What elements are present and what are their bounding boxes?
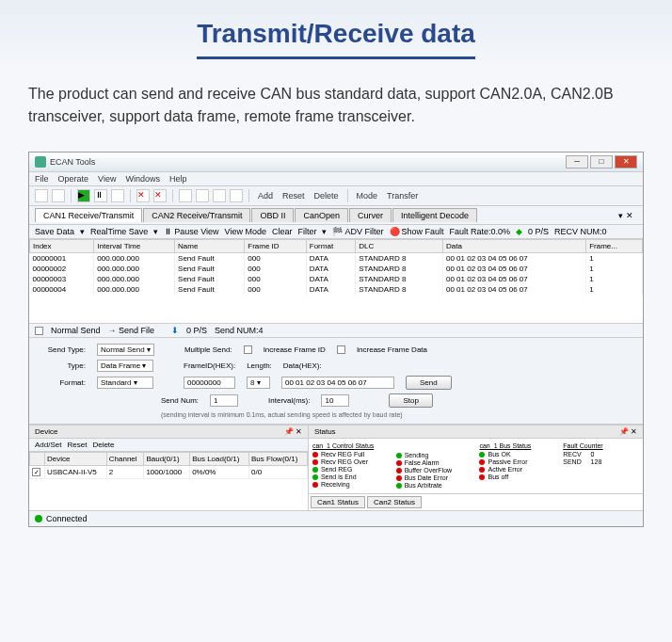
main-tabs: CAN1 Receive/Transmit CAN2 Receive/Trans… [29, 206, 643, 225]
pause-view-button[interactable]: ⏸ Pause View [164, 227, 218, 236]
col-channel[interactable]: Channel [106, 453, 144, 466]
tabs-close[interactable]: ▾ ✕ [615, 211, 637, 220]
toolbar-icon[interactable] [230, 189, 243, 202]
col-name[interactable]: Name [175, 240, 245, 253]
inc-frame-id-checkbox[interactable] [244, 345, 252, 354]
format-select[interactable]: Standard ▾ [97, 377, 153, 389]
send-tabs: Normal Send → Send File ⬇ 0 P/S Send NUM… [29, 324, 643, 338]
send-button[interactable]: Send [406, 376, 452, 390]
tab-curver[interactable]: Curver [349, 208, 392, 222]
send-type-label: Send Type: [39, 345, 86, 354]
col-data[interactable]: Data [442, 240, 585, 253]
connection-status-icon [35, 515, 42, 522]
toolbar-icon[interactable] [35, 189, 48, 202]
length-select[interactable]: 8 ▾ [247, 377, 270, 389]
interval-input[interactable] [321, 394, 349, 407]
ecan-tools-window: ECAN Tools ─ □ ✕ File Operate View Windo… [28, 152, 644, 527]
menu-operate[interactable]: Operate [58, 174, 89, 184]
realtime-save-button[interactable]: RealTime Save [90, 227, 148, 236]
control-status-title: can_1 Control Status [312, 442, 389, 449]
toolbar-icon[interactable] [179, 189, 192, 202]
tab-canopen[interactable]: CanOpen [295, 208, 348, 222]
pause-icon[interactable]: ⏸ [94, 189, 107, 202]
panel-pin-icon[interactable]: 📌 ✕ [284, 427, 302, 436]
data-label: Data(HEX): [283, 361, 322, 370]
send-type-select[interactable]: Normal Send ▾ [97, 344, 154, 356]
col-interval[interactable]: Interval Time [94, 240, 175, 253]
transfer-button[interactable]: Transfer [384, 191, 421, 201]
toolbar-icon[interactable] [213, 189, 226, 202]
col-load[interactable]: Bus Load(0/1) [190, 453, 249, 466]
status-panel: Status 📌 ✕ can_1 Control Status Recv REG… [309, 425, 643, 510]
delete-icon[interactable]: ✕ [136, 189, 150, 202]
col-dlc[interactable]: DLC [356, 240, 443, 253]
can2-status-tab[interactable]: Can2 Status [367, 496, 422, 508]
adv-filter-button[interactable]: 🏁 ADV Filter [332, 227, 383, 236]
toolbar-icon[interactable] [196, 189, 209, 202]
minimize-button[interactable]: ─ [566, 155, 588, 169]
col-format[interactable]: Format [306, 240, 356, 253]
col-device[interactable]: Device [44, 453, 106, 466]
stop-button[interactable]: Stop [389, 393, 432, 408]
save-data-button[interactable]: Save Data [35, 227, 74, 236]
delete-button[interactable]: Delete [312, 191, 342, 201]
tab-can1[interactable]: CAN1 Receive/Transmit [35, 208, 142, 222]
col-index[interactable]: Index [30, 240, 94, 253]
interval-label: Interval(ms): [268, 396, 310, 405]
col-frame-id[interactable]: Frame ID [245, 240, 307, 253]
table-row[interactable]: 00000004000.000.000Send Fault000DATASTAN… [30, 284, 643, 295]
send-num-input[interactable] [210, 394, 238, 407]
main-toolbar: ▶ ⏸ ✕ ✕ Add Reset Delete Mode Transfer [29, 186, 643, 206]
tab-decode[interactable]: Intelligent Decode [392, 208, 477, 222]
close-button[interactable]: ✕ [615, 155, 637, 169]
device-panel: Device 📌 ✕ Add/Set Reset Delete Device C… [29, 425, 309, 510]
maximize-button[interactable]: □ [590, 155, 613, 169]
toolbar-icon[interactable] [111, 189, 124, 202]
data-input[interactable] [281, 377, 394, 389]
play-icon[interactable]: ▶ [77, 189, 90, 202]
view-mode-button[interactable]: View Mode [225, 227, 266, 236]
filter-button[interactable]: Filter [297, 227, 316, 236]
col-baud[interactable]: Baud(0/1) [144, 453, 190, 466]
reset-button[interactable]: Reset [280, 191, 308, 201]
normal-send-tab[interactable]: Normal Send [51, 326, 101, 335]
table-row[interactable]: 00000002000.000.000Send Fault000DATASTAN… [30, 264, 643, 274]
normal-send-checkbox[interactable] [35, 327, 43, 335]
data-toolbar: Save Data ▾ RealTime Save ▾ ⏸ Pause View… [29, 225, 643, 239]
frame-id-input[interactable] [184, 377, 235, 389]
can1-status-tab[interactable]: Can1 Status [311, 496, 365, 508]
clear-button[interactable]: Clear [272, 227, 293, 236]
send-num-label: Send Num: [161, 396, 199, 405]
fault-rate-label: Fault Rate:0.0% [450, 227, 511, 236]
col-flow[interactable]: Bus Flow(0/1) [249, 453, 308, 466]
receive-table: Index Interval Time Name Frame ID Format… [29, 239, 643, 295]
mode-button[interactable]: Mode [354, 191, 381, 201]
table-row[interactable]: 00000003000.000.000Send Fault000DATASTAN… [30, 274, 643, 284]
device-row[interactable]: USBCAN-II-V5 2 1000/1000 0%/0% 0/0 [30, 466, 308, 479]
table-row[interactable]: 00000001000.000.000Send Fault000DATASTAN… [30, 253, 643, 265]
device-reset-button[interactable]: Reset [67, 441, 87, 449]
device-delete-button[interactable]: Delete [92, 441, 114, 449]
add-set-button[interactable]: Add/Set [35, 441, 61, 449]
send-num-label: Send NUM:4 [215, 326, 264, 335]
show-fault-button[interactable]: 🔴 Show Fault [390, 227, 444, 236]
menu-help[interactable]: Help [169, 174, 187, 184]
receive-table-area: Index Interval Time Name Frame ID Format… [29, 239, 643, 324]
inc-frame-data-checkbox[interactable] [337, 345, 345, 354]
device-checkbox[interactable] [32, 468, 40, 476]
multiple-send-label: Multiple Send: [184, 345, 232, 354]
toolbar-icon[interactable] [52, 189, 65, 202]
device-panel-title: Device [35, 427, 57, 436]
panel-pin-icon[interactable]: 📌 ✕ [619, 427, 637, 436]
menu-view[interactable]: View [98, 174, 116, 184]
delete-icon[interactable]: ✕ [153, 189, 167, 202]
col-frame[interactable]: Frame... [586, 240, 643, 253]
tab-obd[interactable]: OBD II [251, 208, 294, 222]
tab-can2[interactable]: CAN2 Receive/Transmit [143, 208, 250, 222]
add-button[interactable]: Add [255, 191, 276, 201]
menu-file[interactable]: File [35, 174, 49, 184]
inc-frame-data-label: Increase Frame Data [357, 345, 427, 354]
menu-windows[interactable]: Windows [125, 174, 160, 184]
send-file-tab[interactable]: → Send File [108, 326, 155, 335]
type-select[interactable]: Data Frame ▾ [97, 360, 153, 372]
